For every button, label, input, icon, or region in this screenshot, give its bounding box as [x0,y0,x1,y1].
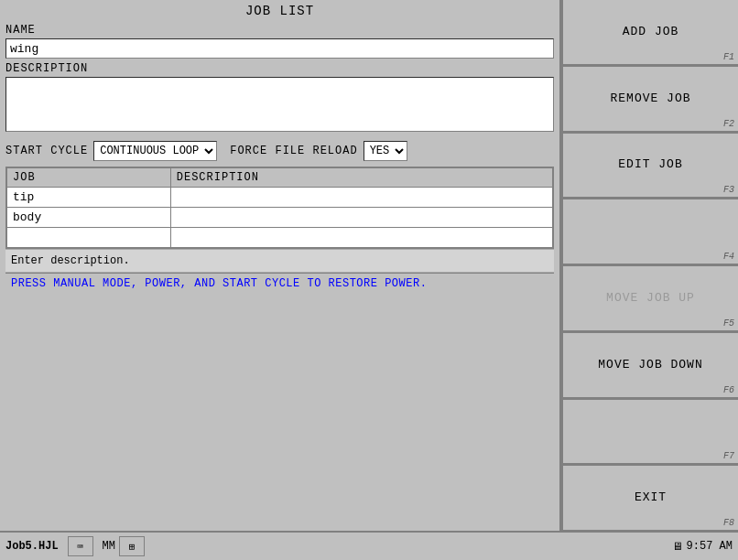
force-file-reload-label: FORCE FILE RELOAD [230,145,357,157]
exit-button[interactable]: EXIT F8 [563,466,738,531]
right-panel: ADD JOB F1 REMOVE JOB F2 EDIT JOB F3 F4 … [561,0,738,531]
bottom-icons: ⌨ MM ⊞ [68,536,145,556]
job-table-wrapper: JOB DESCRIPTION tip body [5,167,554,249]
job-cell [7,228,171,248]
time-label: 9:57 AM [687,540,733,553]
name-input[interactable] [5,38,554,59]
job-table: JOB DESCRIPTION tip body [6,167,553,248]
start-cycle-label: START CYCLE [5,145,88,157]
left-panel: JOB LIST NAME DESCRIPTION START CYCLE CO… [0,0,561,531]
page-title: JOB LIST [5,4,554,18]
time-display: 🖥 9:57 AM [672,540,733,554]
remove-job-button[interactable]: REMOVE JOB F2 [563,67,738,132]
table-row[interactable]: tip [7,188,553,208]
col-header-job: JOB [7,168,171,188]
units-label: MM [103,540,115,553]
force-file-reload-dropdown[interactable]: YES NO [364,141,407,161]
filename-label: Job5.HJL [5,540,59,553]
enter-description-status: Enter description. [5,249,554,273]
keyboard-icon: ⌨ [68,536,93,556]
grid-icon: ⊞ [119,536,145,556]
job-cell: tip [7,188,171,208]
description-textarea[interactable] [5,77,554,132]
col-header-description: DESCRIPTION [170,168,552,188]
description-cell [170,188,552,208]
table-row[interactable]: body [7,208,553,228]
bottom-bar: Job5.HJL ⌨ MM ⊞ 🖥 9:57 AM [0,531,738,560]
f4-button: F4 [563,199,738,264]
manual-mode-status: PRESS MANUAL MODE, POWER, AND START CYCL… [5,273,554,298]
job-cell: body [7,208,171,228]
f7-button: F7 [563,400,738,465]
monitor-icon: 🖥 [672,540,683,554]
description-cell [170,228,552,248]
description-cell [170,208,552,228]
table-row[interactable] [7,228,553,248]
edit-job-button[interactable]: EDIT JOB F3 [563,134,738,199]
manual-mode-text: PRESS MANUAL MODE, POWER, AND START CYCL… [11,277,427,290]
move-job-up-button[interactable]: MOVE JOB UP F5 [563,266,738,331]
name-label: NAME [5,24,554,37]
add-job-button[interactable]: ADD JOB F1 [563,0,738,65]
move-job-down-button[interactable]: MOVE JOB DOWN F6 [563,333,738,398]
description-label: DESCRIPTION [5,62,554,75]
start-cycle-dropdown[interactable]: CONTINUOUS LOOP SINGLE CYCLE MANUAL [93,141,217,161]
